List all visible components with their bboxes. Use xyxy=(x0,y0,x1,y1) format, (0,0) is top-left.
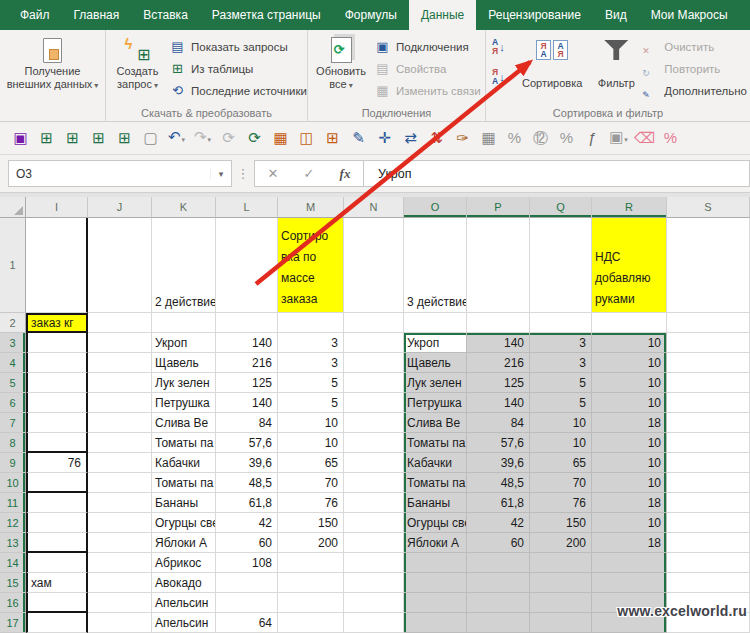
cell-S1[interactable] xyxy=(667,218,750,313)
cell-R10[interactable]: 10 xyxy=(592,473,667,493)
cell-O8[interactable]: Томаты па xyxy=(404,433,467,453)
cell-Q6[interactable]: 5 xyxy=(530,393,592,413)
cell-P14[interactable] xyxy=(467,553,530,573)
row-header-6[interactable]: 6 xyxy=(0,393,26,413)
cell-N9[interactable] xyxy=(344,453,404,473)
row-header-12[interactable]: 12 xyxy=(0,513,26,533)
refresh-copy-icon[interactable]: ⟳ xyxy=(244,128,265,148)
cell-K5[interactable]: Лук зелен xyxy=(152,373,216,393)
cell-I1[interactable] xyxy=(26,218,88,313)
tab-home[interactable]: Главная xyxy=(62,0,132,30)
column-header-P[interactable]: P xyxy=(467,197,530,218)
row-header-17[interactable]: 17 xyxy=(0,613,26,633)
cell-R5[interactable]: 10 xyxy=(592,373,667,393)
cell-L11[interactable]: 61,8 xyxy=(216,493,278,513)
cell-K12[interactable]: Огурцы све xyxy=(152,513,216,533)
insert-function-icon[interactable]: ƒ xyxy=(582,128,603,148)
cell-L5[interactable]: 125 xyxy=(216,373,278,393)
cancel-icon[interactable]: ✕ xyxy=(255,166,291,181)
cell-M9[interactable]: 65 xyxy=(278,453,344,473)
new-query-button[interactable]: ϟ ⊞ Создать запрос▾ xyxy=(106,35,169,102)
tab-data[interactable]: Данные xyxy=(409,0,476,30)
cell-K8[interactable]: Томаты па xyxy=(152,433,216,453)
from-table-button[interactable]: ⊞Из таблицы xyxy=(169,60,307,78)
cell-I5[interactable] xyxy=(26,373,88,393)
cell-O4[interactable]: Щавель xyxy=(404,353,467,373)
cell-M15[interactable] xyxy=(278,573,344,593)
cell-S5[interactable] xyxy=(667,373,750,393)
cell-I4[interactable] xyxy=(26,353,88,373)
cell-S13[interactable] xyxy=(667,533,750,553)
cell-I15[interactable]: хам xyxy=(26,573,88,593)
cell-I12[interactable] xyxy=(26,513,88,533)
clipboard-12-icon[interactable]: ⑫ xyxy=(530,128,551,148)
cell-R9[interactable]: 10 xyxy=(592,453,667,473)
cell-L14[interactable]: 108 xyxy=(216,553,278,573)
cell-O16[interactable] xyxy=(404,593,467,613)
row-header-13[interactable]: 13 xyxy=(0,533,26,553)
cell-J11[interactable] xyxy=(88,493,152,513)
cell-P17[interactable] xyxy=(467,613,530,633)
cell-I8[interactable] xyxy=(26,433,88,453)
cell-P7[interactable]: 84 xyxy=(467,413,530,433)
paste-special-icon[interactable]: ▣▾ xyxy=(608,127,629,150)
cell-N17[interactable] xyxy=(344,613,404,633)
undo-icon[interactable]: ↶▾ xyxy=(166,127,187,150)
cell-L16[interactable] xyxy=(216,593,278,613)
sort-cancel-icon[interactable]: ⇅ xyxy=(426,128,447,148)
name-box[interactable]: O3 ▾ xyxy=(8,160,232,187)
cell-L9[interactable]: 39,6 xyxy=(216,453,278,473)
connections-button[interactable]: ▣Подключения xyxy=(374,38,481,56)
cell-I11[interactable] xyxy=(26,493,88,513)
cell-N5[interactable] xyxy=(344,373,404,393)
cell-Q15[interactable] xyxy=(530,573,592,593)
column-header-M[interactable]: M xyxy=(278,197,344,218)
cell-S8[interactable] xyxy=(667,433,750,453)
cell-O2[interactable] xyxy=(404,313,467,333)
cell-O5[interactable]: Лук зелен xyxy=(404,373,467,393)
cell-O17[interactable] xyxy=(404,613,467,633)
brush-icon[interactable]: ✑ xyxy=(452,128,473,148)
sort-descending-button[interactable]: ЯА ↓ xyxy=(492,65,518,89)
cell-S3[interactable] xyxy=(667,333,750,353)
cell-Q5[interactable]: 5 xyxy=(530,373,592,393)
cell-Q16[interactable] xyxy=(530,593,592,613)
chevron-down-icon[interactable]: ▾ xyxy=(210,169,231,179)
cell-L12[interactable]: 42 xyxy=(216,513,278,533)
cell-S7[interactable] xyxy=(667,413,750,433)
cell-I16[interactable] xyxy=(26,593,88,613)
cell-P5[interactable]: 125 xyxy=(467,373,530,393)
cell-O7[interactable]: Слива Ве xyxy=(404,413,467,433)
cell-S2[interactable] xyxy=(667,313,750,333)
cell-M8[interactable]: 10 xyxy=(278,433,344,453)
cell-O13[interactable]: Яблоки А xyxy=(404,533,467,553)
cell-I17[interactable] xyxy=(26,613,88,633)
cell-R7[interactable]: 18 xyxy=(592,413,667,433)
excel-check-icon[interactable]: ⊞ xyxy=(114,128,135,148)
column-header-K[interactable]: K xyxy=(152,197,216,218)
cell-K14[interactable]: Абрикос xyxy=(152,553,216,573)
select-all-corner[interactable] xyxy=(0,197,26,218)
excel-import-icon[interactable]: ⊞ xyxy=(88,128,109,148)
cell-I10[interactable] xyxy=(26,473,88,493)
calendar-icon[interactable]: ▦ xyxy=(270,128,291,148)
tab-my-macros[interactable]: Мои Макросы xyxy=(639,0,740,30)
cell-M7[interactable]: 10 xyxy=(278,413,344,433)
row-header-7[interactable]: 7 xyxy=(0,413,26,433)
cell-J1[interactable] xyxy=(88,218,152,313)
refresh-document-icon[interactable]: ⟳ xyxy=(218,128,239,148)
cell-M12[interactable]: 150 xyxy=(278,513,344,533)
cell-L8[interactable]: 57,6 xyxy=(216,433,278,453)
column-header-R[interactable]: R xyxy=(592,197,667,218)
cell-M16[interactable] xyxy=(278,593,344,613)
cell-S12[interactable] xyxy=(667,513,750,533)
row-header-1[interactable]: 1 xyxy=(0,218,26,313)
cell-R6[interactable]: 10 xyxy=(592,393,667,413)
cell-O3[interactable]: Укроп xyxy=(404,333,467,353)
cell-Q4[interactable]: 3 xyxy=(530,353,592,373)
cell-O6[interactable]: Петрушка xyxy=(404,393,467,413)
row-header-2[interactable]: 2 xyxy=(0,313,26,333)
cell-J2[interactable] xyxy=(88,313,152,333)
cell-N8[interactable] xyxy=(344,433,404,453)
cell-M14[interactable] xyxy=(278,553,344,573)
